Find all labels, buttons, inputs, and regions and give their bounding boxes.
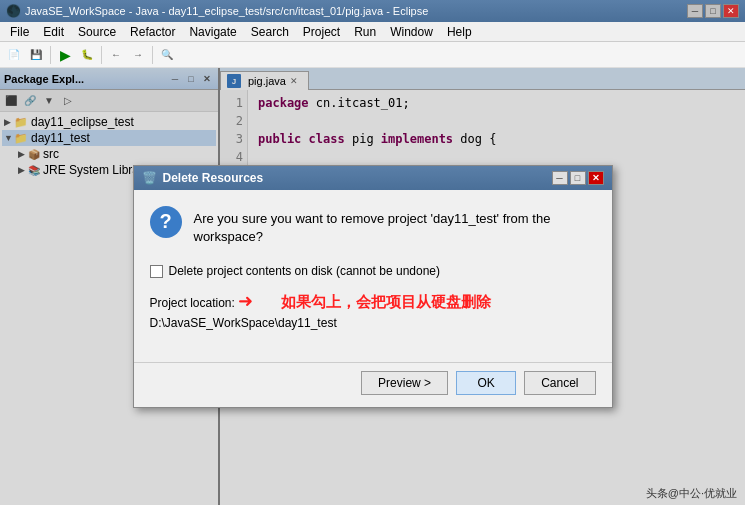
toolbar: 📄 💾 ▶ 🐛 ← → 🔍 <box>0 42 745 68</box>
menu-file[interactable]: File <box>4 23 35 41</box>
dialog-title-icon: 🗑️ <box>142 171 157 185</box>
dialog-maximize-button[interactable]: □ <box>570 171 586 185</box>
dialog-title-bar: 🗑️ Delete Resources ─ □ ✕ <box>134 166 612 190</box>
toolbar-separator-3 <box>152 46 153 64</box>
menu-help[interactable]: Help <box>441 23 478 41</box>
toolbar-separator-1 <box>50 46 51 64</box>
dialog-minimize-button[interactable]: ─ <box>552 171 568 185</box>
run-button[interactable]: ▶ <box>55 45 75 65</box>
delete-contents-checkbox-row[interactable]: Delete project contents on disk (cannot … <box>150 262 596 280</box>
preview-button[interactable]: Preview > <box>361 371 448 395</box>
window-title: JavaSE_WorkSpace - Java - day11_eclipse_… <box>25 5 428 17</box>
dialog-close-button[interactable]: ✕ <box>588 171 604 185</box>
eclipse-icon: 🌑 <box>6 4 21 18</box>
title-bar-left: 🌑 JavaSE_WorkSpace - Java - day11_eclips… <box>6 4 428 18</box>
dialog-window-controls[interactable]: ─ □ ✕ <box>552 171 604 185</box>
menu-refactor[interactable]: Refactor <box>124 23 181 41</box>
annotation-arrow-icon: ➜ <box>238 290 253 312</box>
debug-button[interactable]: 🐛 <box>77 45 97 65</box>
menu-search[interactable]: Search <box>245 23 295 41</box>
toolbar-separator-2 <box>101 46 102 64</box>
dialog-overlay: 🗑️ Delete Resources ─ □ ✕ ? Are you sure… <box>0 68 745 505</box>
dialog-body: ? Are you sure you want to remove projec… <box>134 190 612 358</box>
menu-run[interactable]: Run <box>348 23 382 41</box>
menu-navigate[interactable]: Navigate <box>183 23 242 41</box>
dialog-title-text: Delete Resources <box>163 171 264 185</box>
maximize-button[interactable]: □ <box>705 4 721 18</box>
watermark: 头条@中公·优就业 <box>646 486 737 501</box>
new-button[interactable]: 📄 <box>4 45 24 65</box>
cancel-button[interactable]: Cancel <box>524 371 595 395</box>
dialog-question: ? Are you sure you want to remove projec… <box>150 206 596 246</box>
minimize-button[interactable]: ─ <box>687 4 703 18</box>
menu-window[interactable]: Window <box>384 23 439 41</box>
dialog-footer: Preview > OK Cancel <box>134 362 612 407</box>
question-text: Are you sure you want to remove project … <box>194 206 596 246</box>
question-icon: ? <box>150 206 182 238</box>
back-button[interactable]: ← <box>106 45 126 65</box>
ok-button[interactable]: OK <box>456 371 516 395</box>
delete-contents-checkbox[interactable] <box>150 265 163 278</box>
save-button[interactable]: 💾 <box>26 45 46 65</box>
project-location-path: D:\JavaSE_WorkSpace\day11_test <box>150 316 596 330</box>
menu-bar: File Edit Source Refactor Navigate Searc… <box>0 22 745 42</box>
delete-contents-label: Delete project contents on disk (cannot … <box>169 264 441 278</box>
menu-source[interactable]: Source <box>72 23 122 41</box>
close-button[interactable]: ✕ <box>723 4 739 18</box>
title-bar: 🌑 JavaSE_WorkSpace - Java - day11_eclips… <box>0 0 745 22</box>
menu-edit[interactable]: Edit <box>37 23 70 41</box>
chinese-annotation: 如果勾上，会把项目从硬盘删除 <box>281 293 491 310</box>
ide-area: Package Expl... ─ □ ✕ ⬛ 🔗 ▼ ▷ ▶ 📁 day11_… <box>0 68 745 505</box>
menu-project[interactable]: Project <box>297 23 346 41</box>
project-location-label: Project location: ➜ 如果勾上，会把项目从硬盘删除 <box>150 290 596 312</box>
delete-resources-dialog: 🗑️ Delete Resources ─ □ ✕ ? Are you sure… <box>133 165 613 408</box>
forward-button[interactable]: → <box>128 45 148 65</box>
dialog-title-left: 🗑️ Delete Resources <box>142 171 264 185</box>
title-bar-controls[interactable]: ─ □ ✕ <box>687 4 739 18</box>
search-button[interactable]: 🔍 <box>157 45 177 65</box>
